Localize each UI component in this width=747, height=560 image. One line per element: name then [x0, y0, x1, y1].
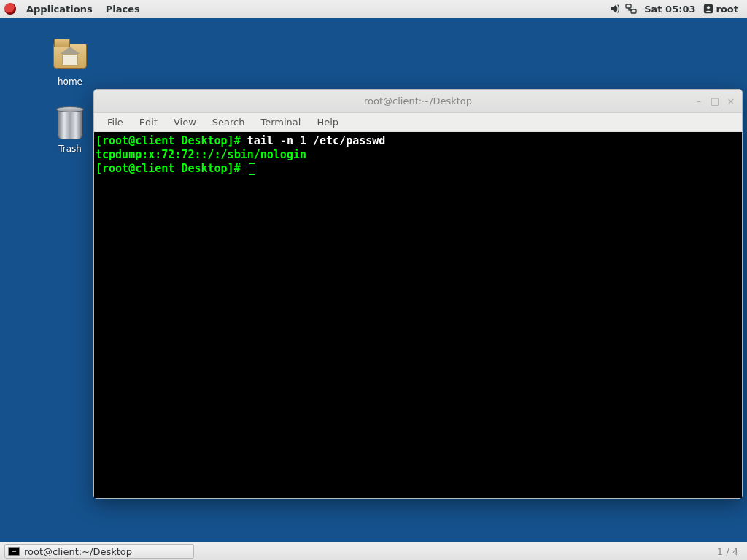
desktop-icon-label: Trash	[41, 144, 99, 154]
menu-terminal[interactable]: Terminal	[253, 114, 308, 130]
window-controls: – □ ×	[692, 95, 738, 108]
menu-view[interactable]: View	[166, 114, 204, 130]
window-titlebar[interactable]: root@client:~/Desktop – □ ×	[94, 90, 742, 113]
menu-help[interactable]: Help	[309, 114, 346, 130]
user-menu[interactable]: root	[702, 4, 743, 15]
clock[interactable]: Sat 05:03	[640, 4, 700, 15]
menu-edit[interactable]: Edit	[132, 114, 165, 130]
user-name: root	[716, 4, 739, 15]
menu-search[interactable]: Search	[205, 114, 252, 130]
terminal-window: root@client:~/Desktop – □ × File Edit Vi…	[93, 89, 743, 499]
svg-rect-0	[626, 4, 631, 8]
minimize-button[interactable]: –	[692, 95, 705, 108]
trash-icon	[53, 106, 88, 141]
volume-icon[interactable]	[608, 1, 622, 16]
maximize-button[interactable]: □	[708, 95, 721, 108]
taskbar-entry-label: root@client:~/Desktop	[24, 546, 132, 557]
top-panel: Applications Places Sat 05:03 root	[0, 0, 747, 18]
term-command: tail -n 1 /etc/passwd	[247, 134, 386, 147]
taskbar-entry-terminal[interactable]: root@client:~/Desktop	[4, 544, 194, 559]
terminal-app-icon	[8, 547, 20, 556]
home-folder-icon	[53, 39, 88, 74]
window-menubar: File Edit View Search Terminal Help	[94, 113, 742, 132]
terminal-content[interactable]: [root@client Desktop]# tail -n 1 /etc/pa…	[94, 132, 742, 498]
term-output: tcpdump:x:72:72::/:/sbin/nologin	[96, 148, 306, 161]
distro-logo-icon[interactable]	[4, 3, 16, 15]
applications-menu[interactable]: Applications	[20, 1, 98, 17]
top-panel-left: Applications Places	[4, 1, 146, 17]
desktop[interactable]: home Trash root@client:~/Desktop – □ × F…	[0, 18, 747, 542]
window-title: root@client:~/Desktop	[94, 96, 742, 106]
page-indicator: 1 / 4	[717, 546, 738, 557]
term-prompt: [root@client Desktop]#	[96, 134, 247, 147]
svg-point-3	[706, 6, 709, 9]
desktop-icon-home[interactable]: home	[41, 39, 99, 87]
desktop-icon-trash[interactable]: Trash	[41, 106, 99, 154]
term-prompt: [root@client Desktop]#	[96, 162, 247, 175]
menu-file[interactable]: File	[100, 114, 131, 130]
bottom-panel: root@client:~/Desktop	[0, 542, 747, 560]
terminal-cursor	[249, 163, 255, 175]
places-menu[interactable]: Places	[100, 1, 146, 17]
top-panel-right: Sat 05:03 root	[608, 1, 743, 16]
desktop-icon-label: home	[41, 77, 99, 87]
close-button[interactable]: ×	[724, 95, 738, 108]
network-icon[interactable]	[624, 1, 638, 16]
user-badge-icon	[703, 4, 713, 14]
